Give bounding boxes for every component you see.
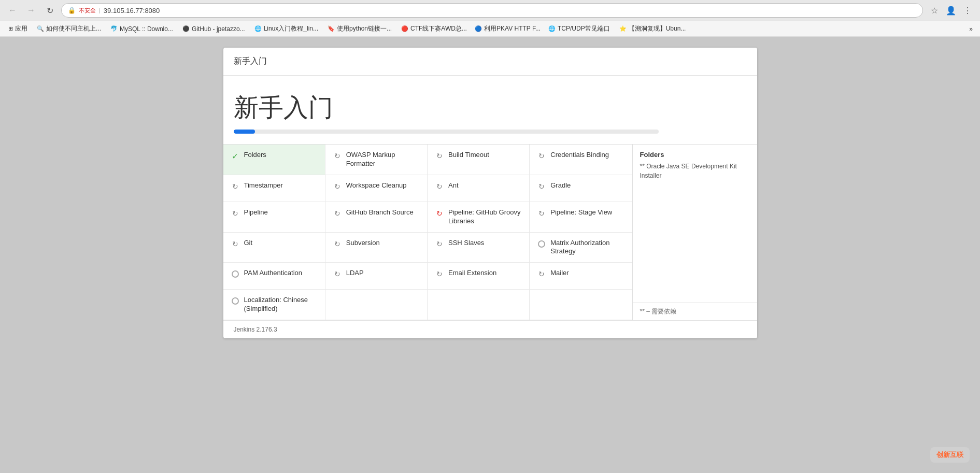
info-panel-title: Folders	[640, 151, 750, 159]
plugin-cell-build-timeout[interactable]: ↻Build Timeout	[428, 145, 530, 175]
address-bar[interactable]: 🔒 不安全 | 39.105.16.77:8080	[61, 3, 923, 18]
info-panel-spacer	[633, 187, 757, 303]
error-icon: ↻	[435, 209, 444, 218]
bookmark-label: 使用python链接一...	[337, 24, 392, 33]
browser-chrome: ← → ↻ 🔒 不安全 | 39.105.16.77:8080 ☆ 👤 ⋮ ⊞应…	[0, 0, 980, 37]
check-icon: ✓	[231, 151, 240, 161]
plugin-name: Build Timeout	[448, 151, 489, 160]
bookmark-item-bm1[interactable]: ⊞应用	[4, 23, 32, 34]
bookmark-label: 如何使不同主机上...	[46, 24, 101, 33]
hero-title: 新手入门	[234, 91, 333, 124]
plugin-cell-ssh-slaves[interactable]: ↻SSH Slaves	[428, 233, 530, 263]
page-footer: Jenkins 2.176.3	[223, 320, 757, 338]
plugin-name: LDAP	[346, 269, 364, 278]
bookmark-label: 利用PKAV HTTP F...	[484, 24, 541, 33]
security-label: 不安全	[79, 7, 96, 15]
refresh-icon: ↻	[537, 151, 546, 161]
plugin-name: Folders	[244, 151, 266, 160]
bookmark-item-bm2[interactable]: 🔍如何使不同主机上...	[33, 23, 105, 34]
bookmark-item-bm5[interactable]: 🌐Linux入门教程_lin...	[250, 23, 322, 34]
plugin-name: Ant	[448, 181, 459, 190]
refresh-icon: ↻	[435, 151, 444, 161]
bookmark-icon: ⊞	[8, 25, 13, 32]
more-button[interactable]: ⋮	[960, 3, 975, 18]
plugin-cell-pam-auth[interactable]: PAM Authentication	[223, 263, 325, 290]
bookmark-label: Linux入门教程_lin...	[264, 24, 318, 33]
progress-bar-container	[234, 130, 659, 134]
plugin-cell-pipeline[interactable]: ↻Pipeline	[223, 202, 325, 233]
bookmark-item-bm9[interactable]: 🌐TCP/UDP常见端口	[544, 23, 614, 34]
reload-button[interactable]: ↻	[42, 3, 57, 18]
info-panel-footer: ** – 需要依赖	[633, 303, 757, 320]
plugin-name: Pipeline: GitHub Groovy Libraries	[448, 208, 522, 226]
jenkins-version: Jenkins 2.176.3	[234, 326, 277, 333]
plugin-cell-github-branch-source[interactable]: ↻GitHub Branch Source	[325, 202, 428, 233]
plugin-cell-pipeline-stage-view[interactable]: ↻Pipeline: Stage View	[530, 202, 632, 233]
bookmarks-bar: ⊞应用🔍如何使不同主机上...🐬MySQL :: Downlo...⚫GitHu…	[0, 21, 980, 37]
footer-note: ** – 需要依赖	[640, 308, 677, 315]
plugin-cell-credentials-binding[interactable]: ↻Credentials Binding	[530, 145, 632, 175]
hero-section: 新手入门	[223, 76, 757, 144]
plugin-cell-subversion[interactable]: ↻Subversion	[325, 233, 428, 263]
plugin-name: Localization: Chinese (Simplified)	[244, 296, 318, 313]
plugin-cell-ldap[interactable]: ↻LDAP	[325, 263, 428, 290]
refresh-icon: ↻	[435, 269, 444, 279]
page-header: 新手入门	[223, 48, 757, 76]
refresh-icon: ↻	[231, 239, 240, 249]
page-area: 新手入门 新手入门 ✓Folders↻OWASP Markup Formatte…	[0, 37, 980, 473]
plugin-name: Matrix Authorization Strategy	[550, 239, 624, 256]
forward-button[interactable]: →	[24, 3, 38, 18]
plugin-cell-ant[interactable]: ↻Ant	[428, 175, 530, 202]
plugin-name: Pipeline	[244, 208, 268, 217]
refresh-icon: ↻	[333, 151, 342, 161]
security-icon: 🔒	[68, 7, 76, 14]
watermark: 创新互联	[930, 447, 970, 463]
bookmark-icon: 🔵	[475, 25, 482, 32]
plugin-cell-timestamper[interactable]: ↻Timestamper	[223, 175, 325, 202]
bookmark-label: TCP/UDP常见端口	[558, 24, 610, 33]
refresh-icon: ↻	[537, 269, 546, 279]
plugin-cell-empty	[325, 290, 428, 320]
refresh-icon: ↻	[333, 182, 342, 191]
bookmarks-more[interactable]: »	[966, 24, 976, 34]
bookmark-item-bm6[interactable]: 🔖使用python链接一...	[323, 23, 396, 34]
bookmark-icon: 🐬	[110, 25, 118, 32]
bookmark-label: 【溯洞复现】Ubun...	[629, 24, 686, 33]
plugin-name: Timestamper	[244, 181, 283, 190]
plugin-name: Git	[244, 239, 253, 248]
bookmark-item-bm3[interactable]: 🐬MySQL :: Downlo...	[106, 24, 177, 34]
profile-button[interactable]: 👤	[944, 3, 958, 18]
refresh-icon: ↻	[333, 209, 342, 218]
plugin-cell-workspace-cleanup[interactable]: ↻Workspace Cleanup	[325, 175, 428, 202]
plugin-cell-owasp[interactable]: ↻OWASP Markup Formatter	[325, 145, 428, 175]
plugin-cell-empty	[530, 290, 632, 320]
plugin-cell-folders[interactable]: ✓Folders	[223, 145, 325, 175]
plugin-grid: ✓Folders↻OWASP Markup Formatter↻Build Ti…	[223, 145, 633, 320]
plugin-cell-mailer[interactable]: ↻Mailer	[530, 263, 632, 290]
bookmark-button[interactable]: ☆	[927, 3, 942, 18]
plugin-name: Subversion	[346, 239, 380, 248]
refresh-icon: ↻	[537, 182, 546, 191]
refresh-icon: ↻	[435, 239, 444, 249]
plugin-name: Email Extension	[448, 269, 496, 278]
plugin-cell-gradle[interactable]: ↻Gradle	[530, 175, 632, 202]
page-header-title: 新手入门	[234, 56, 267, 65]
main-container: 新手入门 新手入门 ✓Folders↻OWASP Markup Formatte…	[223, 48, 757, 338]
plugin-cell-matrix-auth[interactable]: Matrix Authorization Strategy	[530, 233, 632, 263]
bookmark-item-bm10[interactable]: ⭐【溯洞复现】Ubun...	[615, 23, 688, 34]
refresh-icon: ↻	[435, 182, 444, 191]
plugin-cell-localization-chinese[interactable]: Localization: Chinese (Simplified)	[223, 290, 325, 320]
refresh-icon: ↻	[537, 209, 546, 218]
plugin-cell-git[interactable]: ↻Git	[223, 233, 325, 263]
bookmark-item-bm8[interactable]: 🔵利用PKAV HTTP F...	[471, 23, 543, 34]
right-panel: Folders ** Oracle Java SE Development Ki…	[633, 145, 757, 320]
plugin-name: Gradle	[550, 181, 571, 190]
plugin-name: Workspace Cleanup	[346, 181, 407, 190]
plugin-name: Pipeline: Stage View	[550, 208, 612, 217]
bookmark-item-bm4[interactable]: ⚫GitHub - jpetazzo...	[178, 24, 249, 34]
back-button[interactable]: ←	[5, 3, 20, 18]
browser-toolbar-right: ☆ 👤 ⋮	[927, 3, 975, 18]
plugin-cell-pipeline-github-groovy[interactable]: ↻Pipeline: GitHub Groovy Libraries	[428, 202, 530, 233]
plugin-cell-email-ext[interactable]: ↻Email Extension	[428, 263, 530, 290]
bookmark-item-bm7[interactable]: 🔴CTF线下赛AWD总...	[397, 23, 470, 34]
